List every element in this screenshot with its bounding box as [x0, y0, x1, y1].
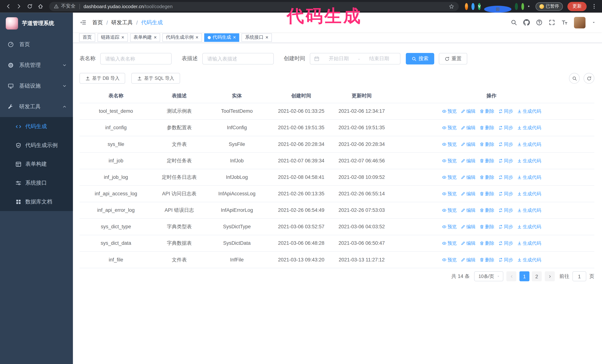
- sidebar-item-api[interactable]: 系统接口: [0, 174, 73, 192]
- close-icon[interactable]: ×: [265, 35, 269, 40]
- sidebar-item-home[interactable]: 首页: [0, 34, 73, 55]
- sidebar-item-system[interactable]: 系统管理: [0, 55, 73, 75]
- op-preview-link[interactable]: 预览: [442, 124, 457, 132]
- logo[interactable]: 芋道管理系统: [0, 13, 73, 34]
- op-delete-link[interactable]: 删除: [479, 256, 494, 264]
- address-bar[interactable]: 不安全 dashboard.yudao.iocoder.cn/tool/code…: [49, 2, 459, 11]
- op-edit-link[interactable]: 编辑: [461, 190, 475, 198]
- tab-api[interactable]: 系统接口×: [242, 33, 272, 42]
- op-preview-link[interactable]: 预览: [442, 107, 457, 115]
- browser-menu-button[interactable]: [589, 1, 599, 11]
- next-page-button[interactable]: [545, 271, 555, 281]
- extension-fox-icon[interactable]: [465, 3, 468, 10]
- op-sync-link[interactable]: 同步: [498, 140, 513, 149]
- op-generate-link[interactable]: 生成代码: [517, 190, 541, 198]
- op-delete-link[interactable]: 删除: [479, 206, 494, 215]
- extension-leaf-icon[interactable]: [515, 3, 518, 10]
- op-edit-link[interactable]: 编辑: [461, 173, 475, 182]
- op-preview-link[interactable]: 预览: [442, 239, 457, 248]
- op-edit-link[interactable]: 编辑: [461, 239, 475, 248]
- help-icon[interactable]: [536, 19, 542, 26]
- op-generate-link[interactable]: 生成代码: [517, 223, 541, 231]
- op-sync-link[interactable]: 同步: [498, 107, 513, 115]
- table-desc-input[interactable]: [202, 53, 274, 64]
- op-preview-link[interactable]: 预览: [442, 206, 457, 215]
- op-edit-link[interactable]: 编辑: [461, 157, 475, 165]
- op-generate-link[interactable]: 生成代码: [517, 107, 541, 115]
- refresh-table-button[interactable]: [584, 73, 594, 84]
- import-db-button[interactable]: 基于 DB 导入: [79, 73, 125, 84]
- header-search-icon[interactable]: [511, 19, 517, 26]
- toggle-search-button[interactable]: [569, 73, 580, 84]
- extensions-puzzle-icon[interactable]: [527, 3, 530, 9]
- op-sync-link[interactable]: 同步: [498, 206, 513, 215]
- op-edit-link[interactable]: 编辑: [461, 206, 475, 215]
- op-edit-link[interactable]: 编辑: [461, 256, 475, 264]
- op-generate-link[interactable]: 生成代码: [517, 239, 541, 248]
- op-sync-link[interactable]: 同步: [498, 190, 513, 198]
- font-size-icon[interactable]: [561, 19, 568, 26]
- op-preview-link[interactable]: 预览: [442, 256, 457, 264]
- op-generate-link[interactable]: 生成代码: [517, 206, 541, 215]
- extension-paw-icon[interactable]: [521, 3, 524, 10]
- op-preview-link[interactable]: 预览: [442, 223, 457, 231]
- op-delete-link[interactable]: 删除: [479, 173, 494, 182]
- op-delete-link[interactable]: 删除: [479, 223, 494, 231]
- table-name-input[interactable]: [100, 53, 172, 64]
- op-delete-link[interactable]: 删除: [479, 190, 494, 198]
- update-button[interactable]: 更新: [567, 2, 587, 11]
- search-button[interactable]: 搜索: [406, 53, 434, 64]
- breadcrumb-home[interactable]: 首页: [92, 19, 103, 26]
- op-delete-link[interactable]: 删除: [479, 140, 494, 149]
- browser-reload-button[interactable]: [25, 1, 35, 11]
- op-edit-link[interactable]: 编辑: [461, 140, 475, 149]
- browser-home-button[interactable]: [35, 1, 45, 11]
- op-preview-link[interactable]: 预览: [442, 140, 457, 149]
- tab-codegen-demo[interactable]: 代码生成示例×: [162, 33, 202, 42]
- page-button-1[interactable]: 1: [519, 271, 529, 281]
- fullscreen-icon[interactable]: [549, 19, 555, 26]
- import-sql-button[interactable]: 基于 SQL 导入: [131, 73, 180, 84]
- extension-v-icon[interactable]: V: [478, 3, 481, 10]
- op-generate-link[interactable]: 生成代码: [517, 173, 541, 182]
- tab-codegen[interactable]: 代码生成×: [204, 33, 239, 42]
- op-generate-link[interactable]: 生成代码: [517, 124, 541, 132]
- op-delete-link[interactable]: 删除: [479, 124, 494, 132]
- paused-badge[interactable]: 已暂停: [535, 2, 563, 10]
- op-sync-link[interactable]: 同步: [498, 124, 513, 132]
- user-avatar[interactable]: [574, 17, 586, 28]
- sidebar-item-infra[interactable]: 基础设施: [0, 75, 73, 96]
- op-sync-link[interactable]: 同步: [498, 157, 513, 165]
- create-time-range-picker[interactable]: 开始日期 - 结束日期: [310, 53, 400, 64]
- close-icon[interactable]: ×: [154, 35, 157, 40]
- bookmark-star-icon[interactable]: [449, 4, 454, 9]
- op-edit-link[interactable]: 编辑: [461, 107, 475, 115]
- op-preview-link[interactable]: 预览: [442, 173, 457, 182]
- op-generate-link[interactable]: 生成代码: [517, 140, 541, 149]
- sidebar-item-form-builder[interactable]: 表单构建: [0, 155, 73, 174]
- browser-forward-button[interactable]: [14, 1, 24, 11]
- op-delete-link[interactable]: 删除: [479, 107, 494, 115]
- extension-drop-icon[interactable]: [472, 3, 474, 10]
- op-sync-link[interactable]: 同步: [498, 223, 513, 231]
- sidebar-item-dev-tools[interactable]: 研发工具: [0, 96, 73, 117]
- tab-tracer[interactable]: 链路追踪×: [97, 33, 128, 42]
- op-generate-link[interactable]: 生成代码: [517, 256, 541, 264]
- close-icon[interactable]: ×: [121, 35, 124, 40]
- reset-button[interactable]: 重置: [439, 53, 467, 64]
- sidebar-item-codegen[interactable]: 代码生成: [0, 117, 73, 136]
- goto-page-input[interactable]: [572, 271, 586, 281]
- op-generate-link[interactable]: 生成代码: [517, 157, 541, 165]
- close-icon[interactable]: ×: [195, 35, 198, 40]
- op-edit-link[interactable]: 编辑: [461, 223, 475, 231]
- tab-home[interactable]: 首页: [79, 33, 95, 42]
- sidebar-item-db-doc[interactable]: 数据库文档: [0, 192, 73, 211]
- op-sync-link[interactable]: 同步: [498, 173, 513, 182]
- github-icon[interactable]: [523, 19, 530, 26]
- op-edit-link[interactable]: 编辑: [461, 124, 475, 132]
- browser-back-button[interactable]: [3, 1, 13, 11]
- op-delete-link[interactable]: 删除: [479, 239, 494, 248]
- close-icon[interactable]: ×: [233, 35, 236, 40]
- op-sync-link[interactable]: 同步: [498, 239, 513, 248]
- page-size-select[interactable]: 10条/页: [474, 271, 503, 281]
